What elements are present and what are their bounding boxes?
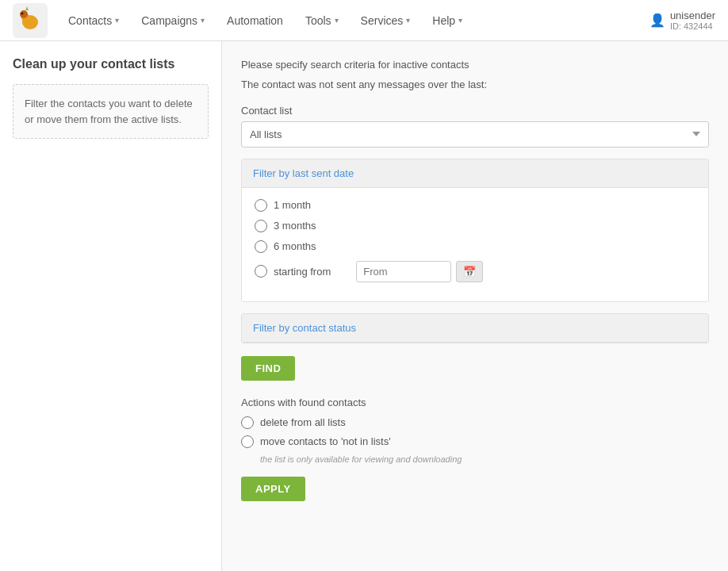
radio-3months-input[interactable] <box>255 220 267 232</box>
description-line1: Please specify search criteria for inact… <box>241 57 709 74</box>
action-move: move contacts to 'not in lists' <box>241 435 709 448</box>
sidebar: Clean up your contact lists Filter the c… <box>0 41 222 571</box>
svg-point-3 <box>20 10 28 18</box>
actions-title: Actions with found contacts <box>241 397 709 408</box>
navbar: Contacts ▾ Campaigns ▾ Automation Tools … <box>0 0 728 41</box>
sidebar-title: Clean up your contact lists <box>13 57 209 71</box>
chevron-down-icon: ▾ <box>335 16 339 25</box>
action-delete-label[interactable]: delete from all lists <box>260 416 346 428</box>
calendar-icon-button[interactable]: 📅 <box>456 261 483 282</box>
calendar-icon: 📅 <box>463 266 476 278</box>
action-note: the list is only available for viewing a… <box>260 454 709 464</box>
contact-list-select[interactable]: All lists <box>241 121 709 148</box>
radio-1month-label[interactable]: 1 month <box>274 199 311 211</box>
user-icon: 👤 <box>649 13 665 28</box>
filter-date-section: Filter by last sent date 1 month 3 month… <box>241 159 709 302</box>
sidebar-description: Filter the contacts you want to delete o… <box>25 96 197 127</box>
radio-1month-input[interactable] <box>255 199 267 212</box>
filter-date-body: 1 month 3 months 6 months starting from <box>242 188 708 301</box>
chevron-down-icon: ▾ <box>115 16 119 25</box>
radio-1month: 1 month <box>255 199 695 212</box>
nav-help[interactable]: Help ▾ <box>423 10 472 32</box>
radio-6months: 6 months <box>255 240 695 253</box>
action-delete-radio[interactable] <box>241 416 254 429</box>
apply-button[interactable]: APPLY <box>241 477 305 501</box>
filter-status-section: Filter by contact status <box>241 313 709 343</box>
logo[interactable] <box>13 3 48 38</box>
action-move-radio[interactable] <box>241 435 254 448</box>
svg-point-5 <box>21 12 24 14</box>
user-id: ID: 432444 <box>670 21 715 31</box>
actions-section: Actions with found contacts delete from … <box>241 397 709 501</box>
radio-starting-from-label[interactable]: starting from <box>274 266 331 278</box>
nav-tools[interactable]: Tools ▾ <box>296 10 348 32</box>
radio-3months-label[interactable]: 3 months <box>274 220 316 232</box>
chevron-down-icon: ▾ <box>458 16 462 25</box>
radio-6months-label[interactable]: 6 months <box>274 240 316 252</box>
sidebar-box: Filter the contacts you want to delete o… <box>13 84 209 139</box>
user-name: unisender <box>670 10 715 21</box>
date-input-wrap: 📅 <box>356 261 483 282</box>
chevron-down-icon: ▾ <box>201 16 205 25</box>
contact-list-label: Contact list <box>241 105 709 117</box>
nav-contacts[interactable]: Contacts ▾ <box>59 10 128 32</box>
nav-automation[interactable]: Automation <box>217 10 293 32</box>
description-line2: The contact was not sent any messages ov… <box>241 77 709 94</box>
radio-6months-input[interactable] <box>255 240 267 253</box>
user-info: 👤 unisender ID: 432444 <box>649 10 715 31</box>
action-delete: delete from all lists <box>241 416 709 429</box>
chevron-down-icon: ▾ <box>406 16 410 25</box>
from-date-input[interactable] <box>356 261 451 282</box>
page-layout: Clean up your contact lists Filter the c… <box>0 41 728 571</box>
action-move-label[interactable]: move contacts to 'not in lists' <box>260 435 391 447</box>
find-button[interactable]: FIND <box>241 356 295 381</box>
radio-3months: 3 months <box>255 220 695 232</box>
nav-campaigns[interactable]: Campaigns ▾ <box>132 10 214 32</box>
main-content: Please specify search criteria for inact… <box>222 41 728 571</box>
radio-starting-from-input[interactable] <box>255 265 267 278</box>
filter-date-header[interactable]: Filter by last sent date <box>242 159 708 188</box>
radio-starting-from: starting from 📅 <box>255 261 695 282</box>
filter-status-header[interactable]: Filter by contact status <box>242 314 708 343</box>
nav-services[interactable]: Services ▾ <box>351 10 420 32</box>
